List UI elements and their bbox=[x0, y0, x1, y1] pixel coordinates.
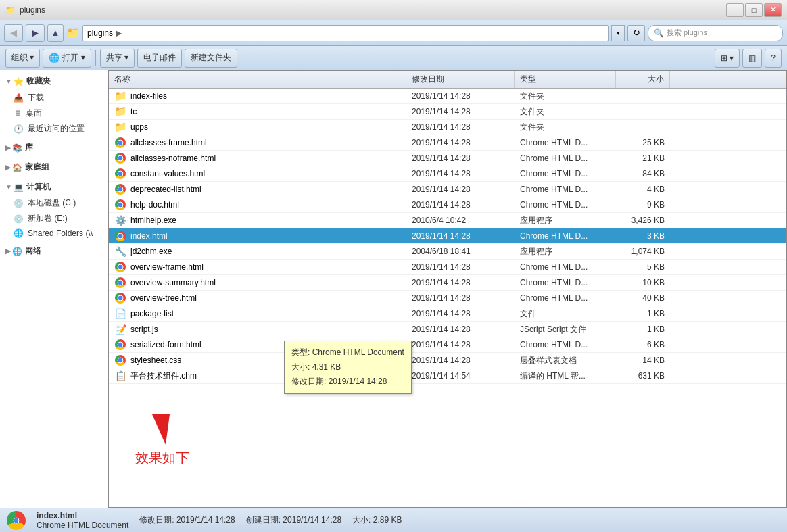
address-bar: ◀ ▶ ▲ 📁 plugins ▶ ▾ ↻ 🔍 搜索 plugins bbox=[0, 20, 787, 46]
file-icon-wrapper bbox=[114, 261, 126, 273]
table-row[interactable]: help-doc.html 2019/1/14 14:28 Chrome HTM… bbox=[109, 197, 786, 213]
desktop-icon: 🖥 bbox=[14, 109, 22, 118]
path-folder-icon: 📁 bbox=[66, 26, 80, 39]
arrow-icon bbox=[152, 414, 170, 445]
sidebar-section-homegroup[interactable]: ▶ 🏠 家庭组 bbox=[0, 159, 108, 176]
sidebar-item-recent[interactable]: 🕐 最近访问的位置 bbox=[0, 121, 108, 137]
file-name-cell: 📁 tc bbox=[109, 105, 406, 118]
view-button[interactable]: ⊞ ▾ bbox=[715, 49, 740, 68]
col-header-size[interactable]: 大小 bbox=[616, 71, 670, 88]
forward-button[interactable]: ▶ bbox=[26, 24, 45, 42]
sidebar-section-library[interactable]: ▶ 📚 库 bbox=[0, 139, 108, 156]
chrome-icon bbox=[115, 277, 126, 288]
col-header-type[interactable]: 类型 bbox=[515, 71, 616, 88]
table-row[interactable]: 📁 upps 2019/1/14 14:28 文件夹 bbox=[109, 120, 786, 135]
up-button[interactable]: ▲ bbox=[47, 24, 64, 42]
file-type: Chrome HTML D... bbox=[515, 138, 616, 147]
help-button[interactable]: ? bbox=[765, 49, 782, 68]
search-icon: 🔍 bbox=[654, 28, 664, 38]
chrome-icon bbox=[115, 168, 126, 179]
sidebar-item-c-drive[interactable]: 💿 本地磁盘 (C:) bbox=[0, 195, 108, 211]
open-button[interactable]: 🌐 打开 ▾ bbox=[43, 49, 91, 68]
file-name: overview-frame.html bbox=[130, 262, 204, 272]
file-type: Chrome HTML D... bbox=[515, 231, 616, 241]
table-row[interactable]: 📁 tc 2019/1/14 14:28 文件夹 bbox=[109, 104, 786, 120]
drive-e-icon: 💿 bbox=[14, 214, 24, 224]
annotation-area: 效果如下 bbox=[135, 414, 189, 467]
sidebar-section-favorites[interactable]: ▼ ⭐ 收藏夹 bbox=[0, 73, 108, 90]
table-row[interactable]: 🔧 jd2chm.exe 2004/6/18 18:41 应用程序 1,074 … bbox=[109, 244, 786, 260]
organize-button[interactable]: 组织 ▾ bbox=[5, 49, 40, 68]
table-row[interactable]: 📄 package-list 2019/1/14 14:28 文件 1 KB bbox=[109, 306, 786, 322]
window-controls[interactable]: — □ ✕ bbox=[726, 3, 782, 17]
sidebar-item-desktop[interactable]: 🖥 桌面 bbox=[0, 105, 108, 121]
table-row[interactable]: overview-frame.html 2019/1/14 14:28 Chro… bbox=[109, 260, 786, 275]
library-icon: 📚 bbox=[12, 143, 22, 153]
table-row[interactable]: 📁 index-files 2019/1/14 14:28 文件夹 bbox=[109, 89, 786, 104]
table-row[interactable]: overview-tree.html 2019/1/14 14:28 Chrom… bbox=[109, 291, 786, 306]
table-row[interactable]: allclasses-frame.html 2019/1/14 14:28 Ch… bbox=[109, 135, 786, 151]
computer-label: 计算机 bbox=[26, 181, 51, 193]
file-type: JScript Script 文件 bbox=[515, 324, 616, 335]
sidebar-group-favorites: ▼ ⭐ 收藏夹 📥 下载 🖥 桌面 🕐 最近访问的位置 bbox=[0, 73, 108, 137]
address-input[interactable]: plugins ▶ bbox=[82, 25, 609, 41]
file-icon-wrapper: 📁 bbox=[114, 105, 126, 118]
refresh-button[interactable]: ↻ bbox=[627, 25, 645, 41]
table-row[interactable]: 📋 平台技术组件.chm 2019/1/14 14:54 编译的 HTML 帮.… bbox=[109, 368, 786, 384]
download-label: 下载 bbox=[28, 92, 44, 103]
file-date: 2019/1/14 14:28 bbox=[406, 293, 515, 303]
email-button[interactable]: 电子邮件 bbox=[137, 49, 182, 68]
table-row[interactable]: 📝 script.js 2019/1/14 14:28 JScript Scri… bbox=[109, 322, 786, 337]
table-row[interactable]: ⚙️ htmlhelp.exe 2010/6/4 10:42 应用程序 3,42… bbox=[109, 213, 786, 228]
network-icon: 🌐 bbox=[12, 247, 22, 256]
sidebar-section-network[interactable]: ▶ 🌐 网络 bbox=[0, 243, 108, 260]
close-button[interactable]: ✕ bbox=[764, 3, 782, 17]
tooltip-type: 类型: Chrome HTML Document bbox=[291, 345, 404, 360]
table-row[interactable]: serialized-form.html 2019/1/14 14:28 Chr… bbox=[109, 337, 786, 353]
col-header-name[interactable]: 名称 bbox=[109, 71, 406, 88]
status-created: 创建日期: 2019/1/14 14:28 bbox=[246, 514, 341, 526]
sidebar-item-shared[interactable]: 🌐 Shared Folders (\\ bbox=[0, 226, 108, 240]
sidebar-section-computer[interactable]: ▼ 💻 计算机 bbox=[0, 178, 108, 195]
sidebar-item-download[interactable]: 📥 下载 bbox=[0, 90, 108, 105]
maximize-button[interactable]: □ bbox=[745, 3, 763, 17]
folder-icon-title: 📁 bbox=[5, 5, 16, 15]
recent-label: 最近访问的位置 bbox=[28, 123, 85, 135]
table-row[interactable]: index.html 2019/1/14 14:28 Chrome HTML D… bbox=[109, 228, 786, 244]
address-dropdown-button[interactable]: ▾ bbox=[611, 25, 625, 41]
file-date: 2019/1/14 14:28 bbox=[406, 278, 515, 287]
status-filetype: Chrome HTML Document bbox=[37, 521, 128, 530]
table-row[interactable]: allclasses-noframe.html 2019/1/14 14:28 … bbox=[109, 151, 786, 166]
search-placeholder: 搜索 plugins bbox=[667, 28, 707, 38]
chrome-icon bbox=[115, 355, 126, 366]
status-modified: 修改日期: 2019/1/14 14:28 bbox=[139, 514, 235, 526]
table-row[interactable]: constant-values.html 2019/1/14 14:28 Chr… bbox=[109, 166, 786, 182]
file-name: jd2chm.exe bbox=[130, 247, 172, 256]
back-button[interactable]: ◀ bbox=[4, 24, 23, 42]
table-row[interactable]: deprecated-list.html 2019/1/14 14:28 Chr… bbox=[109, 182, 786, 197]
share-button[interactable]: 共享 ▾ bbox=[100, 49, 135, 68]
file-size: 40 KB bbox=[616, 293, 670, 303]
file-icon-wrapper bbox=[114, 276, 126, 289]
favorites-label: 收藏夹 bbox=[26, 76, 51, 87]
file-type: Chrome HTML D... bbox=[515, 153, 616, 163]
pane-button[interactable]: ▥ bbox=[742, 49, 762, 68]
file-date: 2010/6/4 10:42 bbox=[406, 216, 515, 225]
file-size: 9 KB bbox=[616, 200, 670, 210]
table-row[interactable]: stylesheet.css 2019/1/14 14:28 层叠样式表文档 1… bbox=[109, 353, 786, 368]
file-date: 2019/1/14 14:28 bbox=[406, 324, 515, 334]
file-name-cell: constant-values.html bbox=[109, 168, 406, 180]
table-row[interactable]: overview-summary.html 2019/1/14 14:28 Ch… bbox=[109, 275, 786, 291]
file-size: 10 KB bbox=[616, 278, 670, 287]
file-name: deprecated-list.html bbox=[130, 185, 201, 194]
minimize-button[interactable]: — bbox=[726, 3, 744, 17]
file-icon-wrapper bbox=[114, 230, 126, 242]
toolbar-right: ⊞ ▾ ▥ ? bbox=[715, 49, 782, 68]
chm-icon: 📋 bbox=[115, 370, 126, 381]
file-date: 2019/1/14 14:28 bbox=[406, 262, 515, 272]
sidebar-item-e-drive[interactable]: 💿 新加卷 (E:) bbox=[0, 211, 108, 226]
file-icon-wrapper: ⚙️ bbox=[114, 214, 126, 226]
file-size: 1 KB bbox=[616, 309, 670, 318]
new-folder-button[interactable]: 新建文件夹 bbox=[185, 49, 237, 68]
col-header-date[interactable]: 修改日期 bbox=[406, 71, 515, 88]
